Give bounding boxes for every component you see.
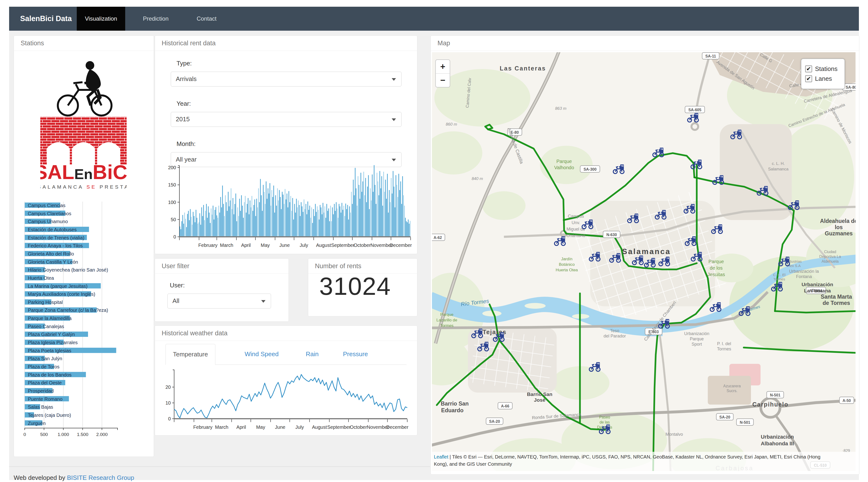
x-tick-label: 0 — [24, 432, 26, 437]
rent-bar — [238, 216, 239, 237]
nav-tab-contact[interactable]: Contact — [188, 7, 225, 31]
rent-bar — [391, 178, 392, 237]
rent-bar — [344, 216, 345, 237]
map-label: Botánico — [559, 262, 575, 267]
rent-bar — [248, 198, 248, 237]
rent-bar — [386, 199, 387, 237]
rent-bar — [222, 186, 223, 237]
chevron-down-icon — [392, 78, 396, 81]
rent-bar — [278, 200, 279, 237]
rent-bar — [181, 221, 182, 237]
map-label: Eduardo — [441, 407, 463, 413]
svg-text:SA-605: SA-605 — [688, 108, 701, 112]
rent-bar — [404, 206, 405, 237]
rent-bar — [292, 198, 293, 237]
rent-bar — [288, 191, 289, 237]
leaflet-link[interactable]: Leaflet — [434, 454, 448, 459]
rent-bar — [389, 190, 390, 237]
rent-bar — [186, 227, 187, 237]
rent-bar — [232, 198, 234, 237]
zoom-in-button[interactable]: + — [436, 60, 450, 73]
rent-bar — [203, 205, 204, 237]
rent-bar — [218, 206, 219, 237]
user-select[interactable]: All — [167, 294, 271, 309]
rent-bar — [272, 190, 272, 237]
map-label: Jesuitas — [707, 272, 725, 277]
footer-link[interactable]: BISITE Research Group — [67, 474, 134, 481]
rent-bar — [363, 171, 364, 237]
map-attribution: Leaflet | Tiles © Esri — Esri, DeLorme, … — [432, 452, 856, 471]
rent-bar — [215, 210, 215, 237]
rent-bar — [187, 214, 188, 237]
year-select-value: 2015 — [176, 116, 190, 123]
map-label: Deportiva La — [819, 255, 841, 259]
rent-bar — [405, 218, 406, 237]
map-layers-control: ✔Stations ✔Lanes — [801, 59, 845, 89]
y-axis — [178, 166, 179, 237]
rent-bar — [318, 210, 318, 237]
station-label: Campus Claretianos — [28, 211, 71, 216]
rent-bar — [208, 206, 209, 237]
year-select[interactable]: 2015 — [171, 112, 402, 127]
rent-bar — [385, 180, 386, 237]
month-label: October — [353, 243, 371, 248]
station-label: Plaza de los Bandos — [28, 372, 71, 378]
rent-bar — [333, 214, 334, 237]
lanes-checkbox[interactable]: ✔ — [805, 75, 812, 82]
rent-bar — [322, 214, 322, 237]
rent-bar — [304, 199, 304, 237]
user-filter-title: User filter — [162, 262, 189, 270]
rent-bar — [193, 212, 193, 237]
month-label: July — [300, 243, 308, 248]
rent-bar — [351, 192, 352, 237]
rent-bar — [283, 195, 283, 237]
rent-bar — [363, 182, 363, 237]
rent-bar — [308, 201, 308, 237]
chevron-down-icon — [392, 119, 396, 121]
rent-bar — [281, 209, 282, 237]
type-select[interactable]: Arrivals — [171, 72, 402, 87]
rent-bar — [306, 204, 306, 237]
rent-bar — [369, 209, 370, 237]
rent-bar — [365, 178, 366, 237]
rent-bar — [223, 204, 224, 237]
rent-bar — [293, 220, 294, 237]
month-label: June — [275, 424, 285, 430]
rent-bar — [377, 182, 378, 237]
rent-bar — [249, 214, 249, 237]
leaflet-map[interactable]: E-80A-62SA-11SA-605SA-300N-630E-803SA-20… — [432, 52, 856, 471]
rent-bar — [300, 216, 301, 237]
number-of-rents-panel: Number of rents 31024 — [308, 258, 417, 316]
month-label: Month: — [177, 140, 196, 148]
rent-bar — [307, 214, 307, 237]
rent-bar — [197, 218, 197, 237]
rent-bar — [375, 185, 375, 237]
rent-bar — [206, 204, 207, 237]
road-badge: N-501 — [767, 391, 784, 398]
app-root: SalenBici Data Visualization Prediction … — [0, 0, 868, 482]
rent-bar — [194, 216, 194, 237]
rent-bar — [238, 207, 238, 237]
rent-bar — [371, 200, 372, 237]
rent-bar — [189, 220, 190, 237]
rent-bar — [213, 206, 214, 237]
road-badge: N-501 — [737, 419, 753, 425]
rent-bar — [231, 188, 231, 237]
rent-bar — [282, 192, 282, 237]
rent-bar — [320, 205, 320, 237]
rent-bar — [345, 203, 346, 237]
road-badge: A-66 — [498, 403, 512, 409]
rent-bar — [207, 218, 208, 237]
stations-checkbox[interactable]: ✔ — [805, 65, 812, 72]
rent-bar — [285, 189, 285, 237]
nav-tab-prediction[interactable]: Prediction — [135, 7, 177, 31]
number-of-rents-title: Number of rents — [315, 262, 362, 270]
rent-bar — [297, 207, 298, 237]
rent-bar — [394, 187, 394, 237]
nav-tab-visualization[interactable]: Visualization — [77, 7, 125, 31]
navbar-brand[interactable]: SalenBici Data — [13, 7, 79, 31]
zoom-out-button[interactable]: − — [436, 73, 450, 87]
rent-bar — [200, 225, 201, 237]
rent-bar — [276, 206, 277, 237]
rent-bar — [309, 206, 310, 237]
